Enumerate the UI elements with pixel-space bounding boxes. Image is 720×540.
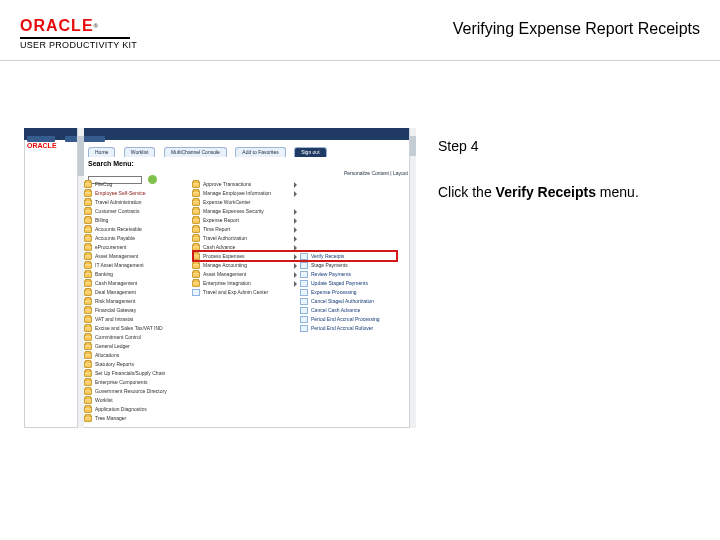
folder-icon	[84, 289, 92, 296]
menu-item[interactable]: FileCog	[84, 180, 190, 189]
menu-item-label: Excise and Sales Tax/VAT IND	[95, 325, 163, 331]
menu-item[interactable]: Cancel Cash Advance	[300, 306, 400, 315]
nav-scrollbar[interactable]	[77, 128, 84, 428]
menu-item-label: Period End Accrual Rollover	[311, 325, 373, 331]
menu-item[interactable]: Employee Self-Service	[84, 189, 190, 198]
folder-icon	[300, 271, 308, 278]
header-separator	[0, 60, 720, 61]
oracle-tm: ®	[94, 23, 99, 29]
content-scrollbar[interactable]	[409, 128, 416, 428]
menu-item-label: Allocations	[95, 352, 119, 358]
menu-item[interactable]: Enterprise Integration	[192, 279, 298, 288]
search-row: Search Menu:	[88, 152, 208, 166]
menu-item-label: Risk Management	[95, 298, 135, 304]
scrollbar-thumb[interactable]	[410, 136, 416, 156]
personalize-links[interactable]: Personalize Content | Layout	[344, 170, 408, 176]
menu-item[interactable]: Manage Employee Information	[192, 189, 298, 198]
menu-item[interactable]: Excise and Sales Tax/VAT IND	[84, 324, 190, 333]
menu-item[interactable]: Expense WorkCenter	[192, 198, 298, 207]
menu-item[interactable]: Allocations	[84, 351, 190, 360]
menu-item[interactable]: Approve Transactions	[192, 180, 298, 189]
menu-item[interactable]: Manage Expenses Security	[192, 207, 298, 216]
tab-signout[interactable]: Sign out	[294, 147, 326, 157]
menu-item[interactable]: Accounts Payable	[84, 234, 190, 243]
menu-item[interactable]: Financial Gateway	[84, 306, 190, 315]
logo-divider	[20, 37, 130, 39]
menu-item[interactable]: Period End Accrual Rollover	[300, 324, 400, 333]
folder-icon	[192, 244, 200, 251]
menu-item[interactable]: VAT and Intrastat	[84, 315, 190, 324]
folder-icon	[84, 397, 92, 404]
menu-item-label: Accounts Payable	[95, 235, 135, 241]
folder-icon	[84, 415, 92, 422]
menu-item[interactable]: Expense Processing	[300, 288, 400, 297]
folder-icon	[84, 406, 92, 413]
folder-icon	[84, 235, 92, 242]
menu-item[interactable]: Asset Management	[192, 270, 298, 279]
menu-item[interactable]: Asset Management	[84, 252, 190, 261]
folder-icon	[84, 361, 92, 368]
tab-fav[interactable]: Add to Favorites	[235, 147, 285, 157]
menu-item[interactable]: Application Diagnostics	[84, 405, 190, 414]
document-icon	[192, 289, 200, 296]
menu-item-label: FileCog	[95, 181, 112, 187]
menu-item[interactable]: Expense Report	[192, 216, 298, 225]
oracle-brand-text: ORACLE	[20, 17, 94, 34]
step-label: Step 4	[438, 136, 688, 156]
menu-item[interactable]: Statutory Reports	[84, 360, 190, 369]
menu-item[interactable]: Review Payments	[300, 270, 400, 279]
chevron-right-icon	[294, 245, 297, 251]
menu-item-label: Billing	[95, 217, 108, 223]
menu-item[interactable]: Enterprise Components	[84, 378, 190, 387]
menu-item[interactable]: Travel Authorization	[192, 234, 298, 243]
chevron-right-icon	[294, 218, 297, 224]
folder-icon	[192, 253, 200, 260]
folder-icon	[300, 325, 308, 332]
menu-item[interactable]: Commitment Control	[84, 333, 190, 342]
menu-item-label: Period End Accrual Processing	[311, 316, 380, 322]
folder-icon	[300, 307, 308, 314]
menu-item[interactable]: Time Report	[192, 225, 298, 234]
menu-item[interactable]: Verify Receipts	[300, 252, 400, 261]
menu-item[interactable]: IT Asset Management	[84, 261, 190, 270]
menu-item[interactable]: Worklist	[84, 396, 190, 405]
folder-icon	[84, 316, 92, 323]
menu-item[interactable]: Travel Administration	[84, 198, 190, 207]
menu-item[interactable]: Stage Payments	[300, 261, 400, 270]
chevron-right-icon	[294, 236, 297, 242]
folder-icon	[192, 217, 200, 224]
menu-item[interactable]: Tree Manager	[84, 414, 190, 423]
menu-item[interactable]: Banking	[84, 270, 190, 279]
menu-item[interactable]: Travel and Exp Admin Center	[192, 288, 298, 297]
menu-item[interactable]: General Ledger	[84, 342, 190, 351]
chevron-right-icon	[294, 191, 297, 197]
menu-item[interactable]: Update Staged Payments	[300, 279, 400, 288]
folder-icon	[300, 289, 308, 296]
menu-item[interactable]: Set Up Financials/Supply Chain	[84, 369, 190, 378]
menu-item[interactable]: Accounts Receivable	[84, 225, 190, 234]
menu-item[interactable]: Deal Management	[84, 288, 190, 297]
search-label: Search Menu:	[88, 160, 134, 167]
menu-item-label: Cash Management	[95, 280, 137, 286]
menu-item-label: Update Staged Payments	[311, 280, 368, 286]
menu-item[interactable]: Billing	[84, 216, 190, 225]
menu-item[interactable]: Manage Accounting	[192, 261, 298, 270]
menu-item[interactable]: Customer Contracts	[84, 207, 190, 216]
menu-item[interactable]: Risk Management	[84, 297, 190, 306]
folder-icon	[300, 280, 308, 287]
menu-item[interactable]: Period End Accrual Processing	[300, 315, 400, 324]
menu-item[interactable]: Cash Advance	[192, 243, 298, 252]
menu-item-label: Process Expenses	[203, 253, 244, 259]
folder-icon	[192, 262, 200, 269]
folder-icon	[84, 307, 92, 314]
menu-item[interactable]: Cash Management	[84, 279, 190, 288]
menu-item-label: Customer Contracts	[95, 208, 139, 214]
menu-item-label: Application Diagnostics	[95, 406, 147, 412]
menu-item[interactable]: Cancel Staged Authorization	[300, 297, 400, 306]
menu-item[interactable]: Process Expenses	[192, 252, 298, 261]
menu-item[interactable]: Government Resource Directory	[84, 387, 190, 396]
scrollbar-thumb[interactable]	[78, 136, 84, 176]
menu-item[interactable]: eProcurement	[84, 243, 190, 252]
folder-icon	[84, 190, 92, 197]
chevron-right-icon	[294, 281, 297, 287]
